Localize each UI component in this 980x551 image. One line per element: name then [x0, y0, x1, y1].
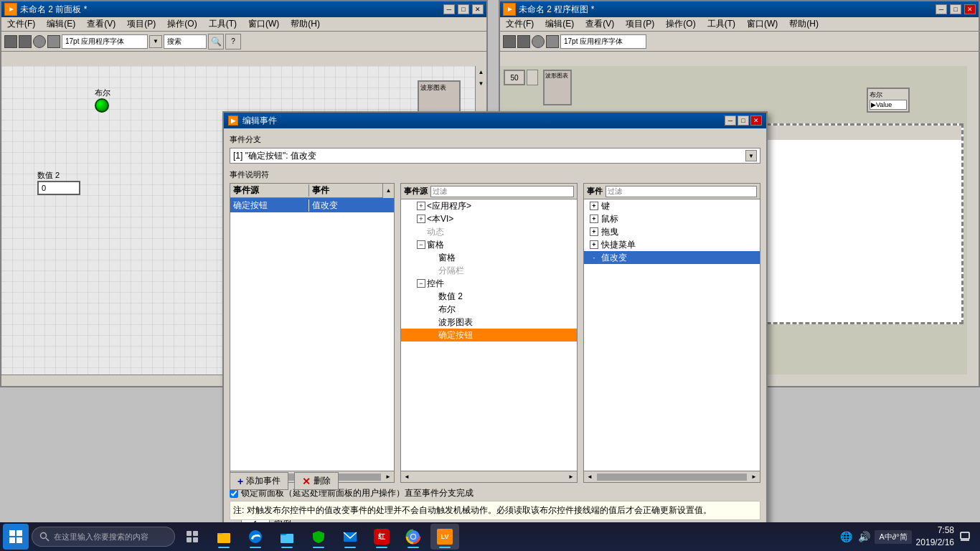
menu-project-fp[interactable]: 项目(P): [124, 17, 159, 32]
tree-item-app[interactable]: + <应用程序>: [401, 199, 577, 212]
source-tree-scrollbar-h[interactable]: ◄ ►: [401, 471, 577, 482]
menu-help-bd[interactable]: 帮助(H): [786, 17, 821, 32]
tree-item-waveform[interactable]: 波形图表: [401, 316, 577, 329]
bd-close[interactable]: ✕: [964, 4, 976, 14]
tree-item-bool[interactable]: 布尔: [401, 303, 577, 316]
taskbar-app-6[interactable]: 红: [367, 524, 396, 550]
taskbar-app-edge[interactable]: [241, 524, 270, 550]
scroll-down-fp[interactable]: ▼: [476, 77, 486, 89]
menu-window-bd[interactable]: 窗口(W): [744, 17, 781, 32]
left-scroll-right[interactable]: ►: [382, 471, 394, 483]
source-scroll-left[interactable]: ◄: [401, 471, 413, 483]
stop-btn-bd[interactable]: [532, 35, 545, 48]
dialog-minimize[interactable]: ─: [725, 116, 736, 126]
taskbar-search-bar[interactable]: 在这里输入你要搜索的内容: [32, 527, 175, 547]
notification-center-icon[interactable]: [958, 530, 971, 543]
tree-item-pane[interactable]: − 窗格: [401, 238, 577, 251]
bd-maximize[interactable]: □: [950, 4, 961, 14]
event-mouse-expander[interactable]: +: [587, 212, 601, 226]
event-item-drag[interactable]: + 拖曳: [584, 225, 760, 238]
event-tree[interactable]: + 键 + 鼠标: [584, 199, 760, 471]
menu-help-fp[interactable]: 帮助(H): [288, 17, 323, 32]
numeric2-control[interactable]: 0: [37, 181, 80, 195]
source-scroll-right[interactable]: ►: [565, 471, 577, 483]
add-event-btn[interactable]: + 添加事件: [230, 472, 288, 490]
event-branch-dropdown-arrow[interactable]: ▼: [745, 150, 757, 161]
menu-edit-fp[interactable]: 编辑(E): [44, 17, 78, 32]
event-context-expander[interactable]: +: [587, 237, 601, 252]
font-selector-fp[interactable]: 17pt 应用程序字体: [62, 34, 148, 49]
menu-operate-fp[interactable]: 操作(O): [164, 17, 199, 32]
taskbar-app-fileexplorer[interactable]: [209, 524, 238, 550]
menu-tools-fp[interactable]: 工具(T): [206, 17, 240, 32]
menu-edit-bd[interactable]: 编辑(E): [542, 17, 577, 32]
stop-btn-fp[interactable]: [33, 35, 46, 48]
bd-minimize[interactable]: ─: [936, 4, 947, 14]
run-cont-btn-bd[interactable]: [517, 35, 530, 48]
checkbox-lockfp[interactable]: [230, 489, 238, 498]
event-filter[interactable]: [606, 186, 757, 197]
front-panel-minimize[interactable]: ─: [443, 4, 455, 14]
search-fp[interactable]: 搜索: [164, 34, 207, 49]
event-source-tree[interactable]: + <应用程序> + <本VI> 动态: [401, 199, 577, 471]
taskbar-app-folder[interactable]: [273, 524, 301, 550]
help-btn-fp[interactable]: ?: [225, 34, 241, 50]
menu-file-bd[interactable]: 文件(F): [503, 17, 537, 32]
taskbar-app-labview[interactable]: LV: [430, 524, 459, 550]
pause-btn-fp[interactable]: [47, 35, 60, 48]
event-scroll-right[interactable]: ►: [748, 471, 760, 483]
bool-led[interactable]: [95, 98, 109, 113]
run-btn-fp[interactable]: [4, 35, 17, 48]
event-source-filter[interactable]: [430, 186, 574, 197]
tree-item-ok-btn[interactable]: 确定按钮: [401, 329, 577, 342]
menu-operate-bd[interactable]: 操作(O): [663, 17, 698, 32]
tree-expander-vi[interactable]: +: [415, 213, 427, 225]
front-panel-close[interactable]: ✕: [472, 4, 484, 14]
taskbar-app-shield[interactable]: [304, 524, 333, 550]
menu-project-bd[interactable]: 项目(P): [623, 17, 657, 32]
pause-btn-bd[interactable]: [546, 35, 559, 48]
system-clock[interactable]: 7:58 2019/2/16: [916, 524, 954, 549]
taskbar-app-task[interactable]: [178, 524, 207, 550]
volume-icon[interactable]: 🔊: [858, 531, 870, 542]
dialog-close[interactable]: ✕: [750, 116, 762, 126]
tree-item-vi[interactable]: + <本VI>: [401, 212, 577, 225]
spin-value[interactable]: 50: [504, 70, 525, 85]
tree-item-dynamic[interactable]: 动态: [401, 225, 577, 238]
spin-arrows[interactable]: [527, 70, 538, 85]
source-scrollbar-thumb[interactable]: [414, 474, 564, 481]
tree-item-pane-child[interactable]: 窗格: [401, 251, 577, 264]
event-scrollbar-thumb[interactable]: [597, 474, 747, 481]
search-btn-fp[interactable]: 🔍: [208, 34, 224, 50]
menu-view-bd[interactable]: 查看(V): [583, 17, 617, 32]
font-selector-bd[interactable]: 17pt 应用程序字体: [560, 34, 646, 49]
event-item-context[interactable]: + 快捷菜单: [584, 238, 760, 251]
align-btn-fp[interactable]: ▼: [149, 35, 162, 48]
menu-window-fp[interactable]: 窗口(W): [245, 17, 282, 32]
tree-item-controls[interactable]: − 控件: [401, 277, 577, 290]
tree-expander-controls[interactable]: −: [415, 278, 427, 289]
remove-event-btn[interactable]: ✕ 删除: [294, 472, 339, 490]
event-tree-scrollbar-h[interactable]: ◄ ►: [584, 471, 760, 482]
taskbar-app-mail[interactable]: [336, 524, 364, 550]
left-panel-scroll[interactable]: 确定按钮 值改变: [230, 198, 394, 471]
tree-item-divider[interactable]: 分隔栏: [401, 264, 577, 277]
front-panel-maximize[interactable]: □: [458, 4, 469, 14]
run-cont-btn-fp[interactable]: [19, 35, 32, 48]
network-icon[interactable]: 🌐: [840, 531, 852, 542]
left-panel-row-0[interactable]: 确定按钮 值改变: [230, 198, 394, 212]
scroll-up-fp[interactable]: ▲: [476, 66, 486, 77]
event-scroll-left[interactable]: ◄: [584, 471, 595, 483]
start-button[interactable]: [3, 524, 29, 550]
menu-view-fp[interactable]: 查看(V): [84, 17, 118, 32]
run-btn-bd[interactable]: [503, 35, 516, 48]
tree-expander-app[interactable]: +: [415, 200, 427, 212]
event-item-mouse[interactable]: + 鼠标: [584, 212, 760, 225]
tree-expander-pane[interactable]: −: [415, 239, 427, 250]
menu-tools-bd[interactable]: 工具(T): [705, 17, 738, 32]
taskbar-app-chrome[interactable]: [399, 524, 428, 550]
menu-file-fp[interactable]: 文件(F): [4, 17, 38, 32]
event-item-key[interactable]: + 键: [584, 199, 760, 212]
event-item-valuechange[interactable]: · 值改变: [584, 251, 760, 264]
event-drag-expander[interactable]: +: [587, 225, 601, 239]
